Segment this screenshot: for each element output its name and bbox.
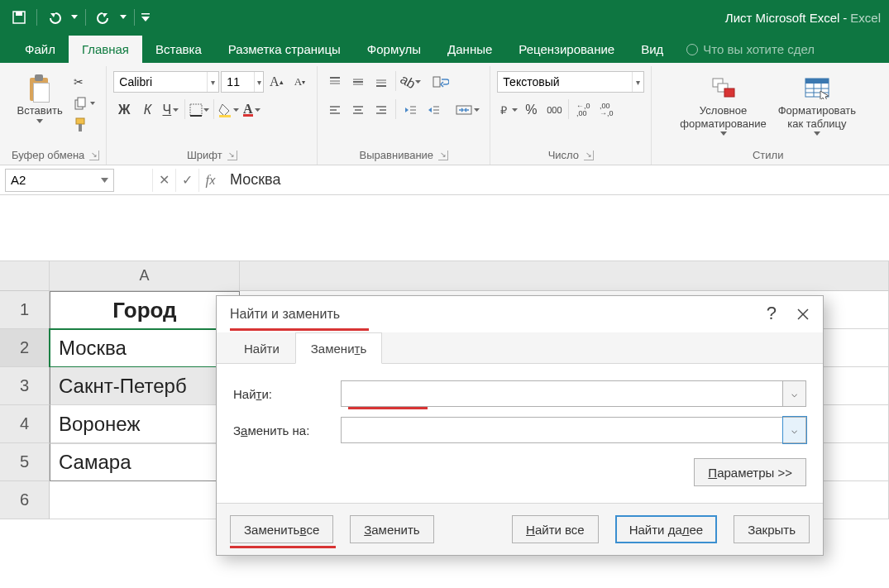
tab-find[interactable]: Найти [228, 332, 295, 363]
dialog-launcher-icon[interactable]: ↘ [584, 151, 594, 160]
select-all-corner[interactable] [0, 261, 50, 291]
percent-button[interactable]: % [520, 99, 542, 121]
row-header[interactable]: 5 [0, 443, 50, 481]
wrap-text-button[interactable] [429, 71, 452, 93]
qat-customize[interactable] [140, 5, 151, 30]
find-next-button[interactable]: Найти далее [615, 515, 718, 543]
row-header[interactable]: 3 [0, 367, 50, 405]
tab-home[interactable]: Главная [69, 36, 142, 63]
chevron-down-icon[interactable] [101, 178, 108, 183]
chevron-down-icon[interactable]: ▾ [207, 72, 218, 92]
undo-button[interactable] [42, 5, 67, 30]
align-top-button[interactable] [324, 71, 346, 93]
cut-button[interactable]: ✂ [71, 73, 98, 91]
annotation-underline [230, 328, 369, 331]
bold-button[interactable]: Ж [113, 99, 135, 121]
conditional-formatting-button[interactable]: Условное форматирование [676, 71, 769, 137]
name-box-input[interactable] [11, 173, 77, 187]
increase-font-button[interactable]: A▴ [265, 71, 287, 93]
decrease-decimal-button[interactable]: ,00→,0 [595, 99, 617, 121]
decrease-font-button[interactable]: A▾ [289, 71, 310, 93]
dialog-launcher-icon[interactable]: ↘ [227, 151, 237, 160]
find-replace-dialog: Найти и заменить ? Найти Заменить Найти:… [216, 295, 824, 556]
formula-input[interactable] [222, 169, 889, 192]
find-label: Найти: [233, 387, 341, 401]
help-button[interactable]: ? [767, 303, 777, 324]
undo-dropdown[interactable] [69, 5, 80, 30]
redo-dropdown[interactable] [117, 5, 129, 30]
svg-rect-1 [16, 12, 22, 16]
tab-file[interactable]: Файл [12, 36, 69, 63]
fill-color-button[interactable] [217, 99, 239, 121]
group-alignment: ab Выравнивание↘ [318, 66, 490, 165]
replace-input[interactable] [341, 417, 783, 443]
borders-button[interactable] [189, 99, 210, 121]
merge-center-button[interactable] [452, 99, 483, 121]
cell-a4[interactable]: Воронеж [50, 405, 240, 443]
cell-a6[interactable] [50, 481, 240, 519]
font-color-button[interactable]: А [241, 99, 262, 121]
align-right-button[interactable] [370, 99, 392, 121]
insert-function-button[interactable]: fx [198, 169, 222, 192]
chevron-down-icon[interactable]: ▾ [632, 72, 644, 92]
row-header[interactable]: 4 [0, 405, 50, 443]
tab-formulas[interactable]: Формулы [354, 36, 434, 63]
name-box[interactable] [5, 169, 114, 192]
close-dialog-button[interactable]: Закрыть [734, 515, 810, 543]
tell-me-search[interactable]: Что вы хотите сдел [676, 36, 824, 63]
decrease-indent-button[interactable] [399, 99, 421, 121]
replace-all-button[interactable]: Заменить все [230, 515, 333, 543]
font-name-combo[interactable]: ▾ [113, 71, 219, 93]
dialog-launcher-icon[interactable]: ↘ [89, 151, 99, 160]
increase-decimal-button[interactable]: ←,0,00 [572, 99, 594, 121]
save-icon[interactable] [7, 5, 31, 30]
tab-review[interactable]: Рецензирование [505, 36, 628, 63]
font-size-combo[interactable]: ▾ [221, 71, 264, 93]
chevron-down-icon[interactable]: ▾ [254, 72, 263, 92]
align-middle-button[interactable] [347, 71, 369, 93]
align-bottom-button[interactable] [370, 71, 392, 93]
find-history-dropdown[interactable]: ⌵ [783, 380, 806, 407]
comma-style-button[interactable]: 000 [543, 99, 565, 121]
cell-a3[interactable]: Сакнт-Петерб [50, 367, 240, 405]
row-header[interactable]: 2 [0, 329, 50, 367]
dialog-launcher-icon[interactable]: ↘ [438, 151, 448, 160]
row-header[interactable]: 1 [0, 291, 50, 329]
number-format-combo[interactable]: ▾ [497, 71, 644, 93]
cancel-formula-button[interactable]: ✕ [152, 169, 175, 192]
tab-insert[interactable]: Вставка [142, 36, 215, 63]
formula-expand-area [0, 195, 889, 261]
row-header[interactable]: 6 [0, 481, 50, 519]
tab-replace[interactable]: Заменить [295, 332, 382, 364]
find-all-button[interactable]: Найти все [512, 515, 599, 543]
format-painter-button[interactable] [71, 116, 98, 134]
underline-button[interactable]: Ч [160, 99, 181, 121]
format-as-table-button[interactable]: Форматировать как таблицу [775, 71, 859, 137]
column-header-a[interactable]: A [50, 261, 240, 291]
tab-view[interactable]: Вид [628, 36, 676, 63]
dialog-titlebar[interactable]: Найти и заменить ? [217, 296, 823, 332]
cell-a5[interactable]: Самара [50, 443, 240, 481]
increase-indent-button[interactable] [423, 99, 444, 121]
replace-history-dropdown[interactable]: ⌵ [783, 417, 806, 443]
align-center-button[interactable] [347, 99, 369, 121]
align-left-button[interactable] [324, 99, 346, 121]
redo-button[interactable] [91, 5, 116, 30]
column-header[interactable] [240, 261, 889, 291]
tab-data[interactable]: Данные [434, 36, 505, 63]
italic-button[interactable]: К [136, 99, 158, 121]
cell-a1[interactable]: Город [50, 291, 240, 329]
paste-button[interactable]: Вставить [14, 71, 66, 125]
options-button[interactable]: Параметры >> [694, 458, 806, 486]
svg-rect-39 [724, 88, 734, 97]
accounting-format-button[interactable]: ₽ [497, 99, 519, 121]
tab-page-layout[interactable]: Разметка страницы [215, 36, 354, 63]
replace-button[interactable]: Заменить [350, 515, 433, 543]
copy-button[interactable] [71, 94, 98, 112]
paste-icon [26, 73, 53, 103]
find-input[interactable] [341, 380, 783, 407]
orientation-button[interactable]: ab [399, 71, 421, 93]
close-button[interactable] [793, 304, 813, 324]
cell-a2[interactable]: Москва [50, 329, 240, 367]
confirm-formula-button[interactable]: ✓ [175, 169, 198, 192]
